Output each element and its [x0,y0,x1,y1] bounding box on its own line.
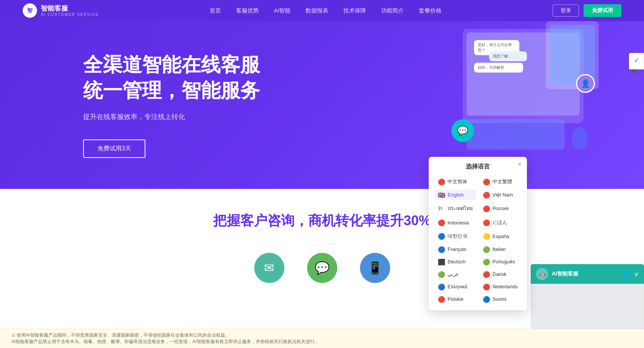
chat-header-left: 🤖 AI智能客服 [536,268,578,280]
lang-option-pl[interactable]: 🔴Polskie [435,294,476,304]
chat-bubble-3: 好的，为您解答 [474,63,523,73]
lang-option-nl[interactable]: 🔴Nederlands [480,281,521,292]
chat-widget-title: AI智能客服 [552,271,578,277]
section2-title: 把握客户咨询，商机转化率提升30% [213,212,431,230]
nav-features[interactable]: 功能简介 [381,7,404,14]
lang-label: 中文繁體 [493,178,512,185]
hero-trial-button[interactable]: 免费试用3天 [83,139,145,158]
lang-option-id[interactable]: 🔴Indonesia [435,217,476,228]
lang-label: Suomi [493,296,507,302]
lang-label: عربي [448,271,459,277]
nav-actions: 登录 免费试用 [553,4,621,17]
lang-label: Polskie [448,296,463,302]
flag-icon: 🔵 [438,284,445,289]
nav-links: 首页 客服优势 AI智能 数据报表 技术保障 功能简介 套餐价格 [210,7,442,14]
lang-option-el[interactable]: 🔵Ελληνικά [435,281,476,292]
lang-option-es[interactable]: 🟡España [480,230,521,242]
lang-label: 대한민국 [448,233,467,240]
lang-option-da[interactable]: 🔴Dansk [480,269,521,279]
teal-circle: 💬 [451,119,474,142]
flag-icon: 🔴 [483,179,490,184]
flag-icon: 🔵 [483,297,490,302]
flag-icon: 🔴 [483,206,490,211]
lang-option-ru[interactable]: 🔴Россия [480,202,521,215]
flag-icon: 🟡 [483,234,490,239]
chat-widget-header: 🤖 AI智能客服 🌐 ∨ [531,264,644,284]
keyboard-decor [466,119,565,150]
lang-label: ประเทศไทย [448,204,473,212]
lang-option-en[interactable]: 🇬🇧English [435,190,476,200]
trial-button[interactable]: 免费试用 [584,4,621,17]
nav-advantage[interactable]: 客服优势 [236,7,259,14]
mouse-decor [572,127,587,150]
lang-label: Dansk [493,271,507,277]
icons-row: ✉ 💬 📱 [254,253,390,283]
language-grid: 🔴中文简体🔴中文繁體🇬🇧English🔴Việt Nam🏳ประเทศไทย🔴Р… [435,176,521,304]
lang-option-fi[interactable]: 🔵Suomi [480,294,521,304]
nav-pricing[interactable]: 套餐价格 [419,7,442,14]
lang-label: Italian [493,246,506,252]
logo-title: 智能客服 [41,5,99,13]
side-report-button[interactable]: ✓ 报告风险 [629,53,644,70]
wechat-icon-circle: 💬 [307,253,337,283]
flag-icon: 🟢 [438,272,445,277]
lang-option-ko[interactable]: 🔵대한민국 [435,230,476,242]
logo-text-block: 智能客服 AI CUSTOMER SERVICE [41,5,99,17]
lang-option-de[interactable]: ⬛Deutsch [435,257,476,267]
lang-label: Deutsch [448,259,466,264]
nav-tech[interactable]: 技术保障 [343,7,366,14]
chat-widget: 🤖 AI智能客服 🌐 ∨ [531,264,644,329]
logo-icon: 智 [23,3,37,18]
flag-icon: 🔴 [438,297,445,302]
login-button[interactable]: 登录 [553,5,579,17]
lang-option-ja[interactable]: 🔴にほん [480,217,521,228]
flag-icon: 🔴 [483,272,490,277]
lang-label: 中文简体 [448,178,467,185]
nav-home[interactable]: 首页 [210,7,221,14]
lang-option-fr[interactable]: 🔵Français [435,244,476,254]
logo-subtitle: AI CUSTOMER SERVICE [41,12,99,17]
chat-bot-avatar: 🤖 [536,268,548,280]
flag-icon: 🔵 [438,247,445,252]
bottom-notice: ⚠ 使用AI智能客服产品期间，不得危害国家安全、泄露国家秘密，不得侵犯国家社会集… [0,329,644,348]
lang-option-th[interactable]: 🏳ประเทศไทย [435,202,476,215]
minimize-icon[interactable]: ∨ [634,271,639,278]
shield-icon: ✓ [631,56,642,65]
hero-illustration: 您好，有什么可以帮您？ 我想了解... 好的，为您解答 👤 💬 [455,21,599,165]
lang-label: Россия [493,206,509,211]
lang-label: Indonesia [448,220,469,226]
flag-icon: 🏳 [438,206,445,211]
nav-ai[interactable]: AI智能 [274,7,290,14]
lang-option-zh-tw[interactable]: 🔴中文繁體 [480,176,521,187]
language-modal: 选择语言 × 🔴中文简体🔴中文繁體🇬🇧English🔴Việt Nam🏳ประเ… [429,157,527,310]
chat-widget-body [531,284,644,329]
globe-icon[interactable]: 🌐 [623,271,630,278]
chat-bubble-2: 我想了解... [489,51,527,61]
lang-label: Nederlands [493,284,518,289]
lang-label: Português [493,259,515,264]
hero-section: 全渠道智能在线客服 统一管理，智能服务 提升在线客服效率，专注线上转化 免费试用… [0,0,644,189]
flag-icon: 🟢 [483,247,490,252]
lang-label: Français [448,246,466,252]
lang-option-vi[interactable]: 🔴Việt Nam [480,190,521,200]
flag-icon: 🟢 [483,259,490,264]
lang-label: English [448,192,464,198]
lang-option-it[interactable]: 🟢Italian [480,244,521,254]
notice-line1: ⚠ 使用AI智能客服产品期间，不得危害国家安全、泄露国家秘密，不得侵犯国家社会集… [11,332,633,339]
notice-line2: AI智能客服产品禁止用于含有木马、病毒、色情、赌博、诈骗等违法违规业务，一经发现… [11,339,633,345]
lang-modal-close[interactable]: × [517,161,522,169]
lang-modal-title: 选择语言 [435,163,521,171]
lang-option-ar[interactable]: 🟢عربي [435,269,476,279]
nav-data[interactable]: 数据报表 [306,7,328,14]
lang-label: Việt Nam [493,192,513,198]
lang-option-pt[interactable]: 🟢Português [480,257,521,267]
flag-icon: 🇬🇧 [438,192,445,198]
flag-icon: 🔵 [438,234,445,239]
flag-icon: 🔴 [438,220,445,225]
channel-icon-circle: 📱 [360,253,390,283]
navbar: 智 智能客服 AI CUSTOMER SERVICE 首页 客服优势 AI智能 … [0,0,644,21]
lang-label: Ελληνικά [448,284,467,289]
lang-option-zh-cn[interactable]: 🔴中文简体 [435,176,476,187]
logo: 智 智能客服 AI CUSTOMER SERVICE [23,3,99,18]
avatar-circle: 👤 [576,74,595,93]
